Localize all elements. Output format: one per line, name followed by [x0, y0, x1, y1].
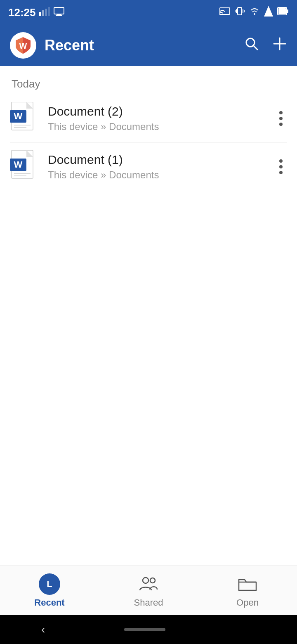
- back-icon[interactable]: ‹: [41, 623, 45, 636]
- status-bar-left: 12:25: [8, 6, 65, 19]
- svg-point-32: [279, 117, 283, 120]
- svg-rect-18: [287, 9, 288, 13]
- svg-point-14: [254, 13, 255, 15]
- file-info-2: Document (1) This device » Documents: [48, 153, 275, 181]
- signal-icon: [39, 6, 50, 19]
- file-path-2: This device » Documents: [48, 169, 275, 181]
- section-today: Today: [0, 66, 297, 95]
- open-icon: [237, 573, 258, 595]
- screensaver-icon: [53, 6, 65, 19]
- search-icon[interactable]: [244, 36, 259, 54]
- svg-marker-15: [264, 6, 273, 17]
- svg-rect-17: [278, 8, 286, 14]
- file-name-1: Document (2): [48, 104, 275, 118]
- svg-rect-4: [54, 7, 64, 14]
- svg-rect-13: [244, 10, 245, 12]
- home-pill[interactable]: [124, 628, 165, 631]
- file-item-2[interactable]: W Document (1) This device » Documents: [0, 143, 297, 191]
- svg-text:W: W: [14, 111, 23, 121]
- svg-rect-10: [236, 9, 237, 13]
- svg-point-41: [279, 159, 283, 163]
- svg-point-43: [279, 171, 283, 174]
- svg-line-21: [253, 45, 257, 50]
- nav-item-open[interactable]: Open: [198, 573, 297, 608]
- svg-rect-11: [243, 9, 243, 13]
- word-doc-icon-2: W: [10, 150, 40, 183]
- recent-icon: L: [39, 573, 60, 595]
- nav-item-shared[interactable]: Shared: [99, 573, 198, 608]
- file-info-1: Document (2) This device » Documents: [48, 104, 275, 133]
- nav-label-recent: Recent: [34, 597, 64, 608]
- nav-label-open: Open: [236, 597, 259, 608]
- svg-point-31: [279, 111, 283, 114]
- file-item[interactable]: W Document (2) This device » Documents: [0, 95, 297, 142]
- bottom-nav: L Recent Shared Open: [0, 566, 297, 615]
- svg-rect-3: [48, 7, 50, 16]
- nav-label-shared: Shared: [134, 597, 163, 608]
- file-menu-2[interactable]: [275, 154, 287, 179]
- file-menu-1[interactable]: [275, 106, 287, 131]
- vibrate-icon: [234, 6, 245, 19]
- svg-point-45: [143, 578, 148, 583]
- svg-point-33: [279, 123, 283, 126]
- svg-rect-0: [39, 12, 41, 16]
- clock: 12:25: [8, 6, 36, 19]
- svg-text:W: W: [14, 159, 23, 170]
- battery-icon: [277, 6, 289, 19]
- svg-rect-6: [56, 15, 62, 16]
- svg-rect-5: [57, 14, 61, 15]
- word-doc-icon-1: W: [10, 102, 40, 135]
- svg-rect-2: [45, 9, 47, 16]
- app-logo[interactable]: W: [10, 32, 36, 59]
- svg-rect-12: [235, 10, 236, 12]
- nav-item-recent[interactable]: L Recent: [0, 573, 99, 608]
- add-icon[interactable]: [272, 36, 287, 54]
- shared-icon: [138, 573, 159, 595]
- svg-point-8: [219, 14, 221, 15]
- signal-strength-icon: [264, 6, 273, 19]
- app-bar-actions: [244, 36, 287, 54]
- file-path-1: This device » Documents: [48, 121, 275, 133]
- content: Today W Document (2) This device » Docum…: [0, 66, 297, 566]
- svg-text:W: W: [19, 41, 27, 50]
- app-title: Recent: [45, 37, 244, 54]
- svg-rect-9: [238, 7, 242, 15]
- svg-rect-1: [42, 10, 44, 16]
- file-name-2: Document (1): [48, 153, 275, 167]
- wifi-icon: [249, 6, 260, 19]
- svg-text:L: L: [47, 579, 52, 589]
- status-bar: 12:25: [0, 0, 297, 25]
- status-bar-right: [219, 6, 289, 19]
- gesture-bar: ‹: [0, 615, 297, 644]
- app-bar: W Recent: [0, 25, 297, 66]
- svg-point-42: [279, 165, 283, 168]
- svg-point-46: [150, 578, 155, 583]
- cast-icon: [219, 6, 230, 19]
